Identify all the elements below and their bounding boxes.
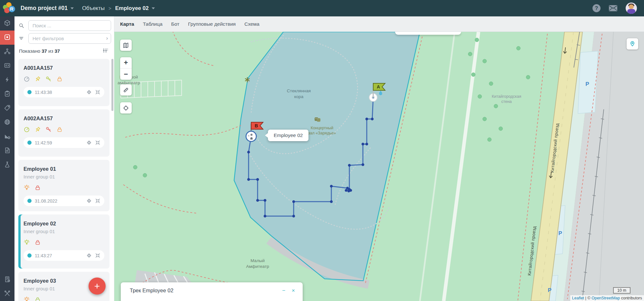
rail-item-code[interactable] (0, 59, 14, 73)
lock-status-icon (56, 126, 63, 133)
breadcrumb-section[interactable]: Объекты (82, 5, 105, 12)
location-pin-icon (627, 38, 638, 50)
document-icon (4, 147, 11, 155)
tab-scheme[interactable]: Схема (244, 21, 260, 27)
gauge-status-icon (24, 126, 30, 133)
track-panel-title: Трек Employee 02 (130, 287, 174, 294)
last-message-time: 11:42:59 (35, 140, 52, 145)
chevron-down-icon (152, 7, 155, 9)
zoom-out-button[interactable]: − (120, 68, 132, 80)
rail-item-reports[interactable] (0, 130, 14, 144)
close-button[interactable]: × (292, 287, 295, 294)
measure-button[interactable] (120, 84, 132, 96)
bulb-status-icon (24, 239, 30, 246)
locate-button[interactable] (120, 102, 132, 114)
map-canvas (114, 32, 644, 301)
collapsed-top-panel[interactable] (395, 32, 461, 35)
unit-group: Inner group 01 (24, 228, 104, 235)
hierarchy-icon (4, 48, 11, 56)
rail-item-lab[interactable] (0, 158, 14, 172)
streetview-button[interactable] (627, 38, 638, 50)
locate-unit-icon[interactable] (86, 140, 92, 145)
shown-counter: Показано 37 из 37 (19, 48, 60, 54)
key-status-icon (45, 126, 52, 133)
online-dot-icon (27, 90, 32, 94)
code-icon (4, 62, 11, 70)
left-icon-rail (0, 16, 14, 301)
bulb-status-icon (24, 296, 30, 301)
unit-name: A002AA157 (24, 115, 104, 122)
list-settings-icon[interactable] (102, 48, 108, 55)
main-area: КартаТаблицаБотГрупповые действияСхема (114, 16, 644, 301)
rail-item-cube[interactable] (0, 16, 14, 31)
collapse-icon[interactable] (95, 89, 100, 95)
rail-item-document[interactable] (0, 144, 14, 158)
rail-item-globe[interactable] (0, 115, 14, 130)
unit-card[interactable]: A002AA157 11:42:59 (18, 109, 109, 157)
rail-item-tasks[interactable] (0, 87, 14, 101)
start-flag-marker[interactable]: A (370, 81, 391, 101)
filter-open-chevron-icon[interactable]: › (106, 35, 108, 41)
filter-input[interactable] (28, 33, 111, 44)
project-selector[interactable]: Demo project #01 (21, 5, 74, 12)
project-name: Demo project #01 (21, 5, 68, 12)
add-unit-button[interactable]: + (89, 278, 106, 295)
locate-unit-icon[interactable] (86, 89, 92, 95)
unit-card[interactable]: Employee 02Inner group 01 11:43:27 (18, 214, 109, 269)
rail-item-tools[interactable] (0, 287, 14, 301)
unit-card[interactable]: Employee 01Inner group 01 31.08.2022 (18, 160, 109, 211)
minimize-button[interactable]: − (282, 287, 285, 294)
app-logo-icon: R (3, 2, 15, 15)
unit-name: Employee 01 (24, 165, 104, 172)
tab-table[interactable]: Таблица (143, 21, 163, 27)
breadcrumb-current[interactable]: Employee 02 (115, 5, 155, 12)
layers-button[interactable] (120, 40, 132, 51)
rail-item-hierarchy[interactable] (0, 45, 14, 59)
unit-list: A001AA157 11:43:38 A002AA157 11:42:59 Em… (18, 59, 109, 301)
unit-status-strip: 11:43:27 (24, 250, 104, 261)
tag-icon (4, 105, 11, 113)
lock-status-icon (34, 185, 41, 191)
unit-name: Employee 02 (24, 220, 104, 227)
locate-unit-icon[interactable] (86, 253, 92, 258)
leaflet-link[interactable]: Leaflet (572, 296, 584, 300)
rail-item-lightning[interactable] (0, 73, 14, 87)
layers-map-icon (120, 40, 132, 51)
help-button[interactable]: ? (592, 4, 601, 12)
rail-item-tag[interactable] (0, 101, 14, 115)
collapse-icon[interactable] (95, 198, 100, 204)
map[interactable]: Большой амфитеатрСтеклянная кораКонцертн… (114, 32, 644, 301)
osm-link[interactable]: OpenStreetMap (592, 296, 620, 300)
breadcrumb-separator: > (109, 5, 111, 11)
rail-item-building[interactable] (0, 273, 14, 287)
unit-tooltip: Employee 02 (268, 130, 308, 141)
locate-icon (120, 102, 132, 114)
app-window: R Demo project #01 Объекты > Employee 02… (0, 0, 644, 301)
unit-group: Inner group 01 (24, 174, 104, 180)
ruler-icon (120, 84, 132, 96)
pin-status-icon (34, 76, 41, 82)
user-avatar[interactable] (626, 3, 637, 14)
rail-item-objects[interactable] (0, 31, 14, 45)
unit-status-strip: 11:43:38 (24, 87, 104, 97)
lock-status-icon (56, 76, 63, 82)
unit-position-marker[interactable] (244, 129, 258, 145)
tab-group-actions[interactable]: Групповые действия (188, 21, 236, 27)
collapse-icon[interactable] (95, 140, 100, 145)
unit-name: A001AA157 (24, 64, 104, 71)
last-message-time: 31.08.2022 (35, 198, 57, 204)
question-icon: ? (595, 5, 598, 11)
unit-card[interactable]: A001AA157 11:43:38 (18, 59, 109, 106)
collapse-icon[interactable] (95, 253, 100, 258)
search-input[interactable] (28, 20, 111, 31)
total-count: 37 (54, 48, 60, 54)
list-scrollbar[interactable] (111, 59, 113, 111)
svg-text:B: B (255, 123, 258, 128)
tab-bot[interactable]: Бот (171, 21, 180, 27)
lightning-icon (4, 76, 11, 84)
objects-icon (4, 34, 11, 42)
tab-map[interactable]: Карта (120, 21, 134, 27)
mail-icon[interactable] (609, 5, 617, 11)
zoom-in-button[interactable]: + (120, 57, 132, 68)
locate-unit-icon[interactable] (86, 198, 92, 204)
